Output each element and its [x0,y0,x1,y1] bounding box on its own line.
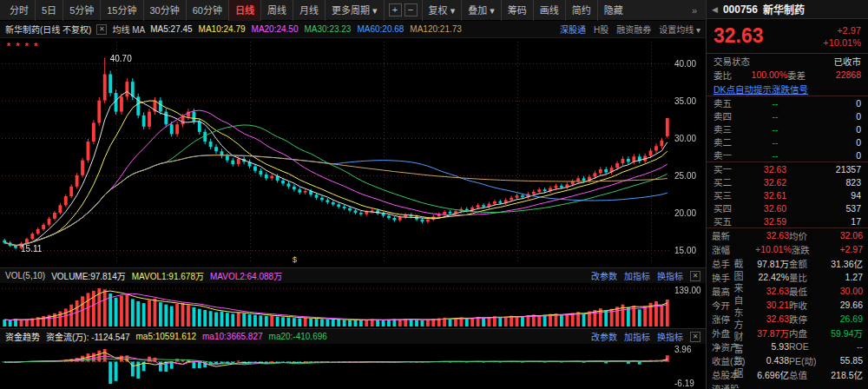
book-price: 32.60 [740,203,811,214]
period-tab-60分钟[interactable]: 60分钟 [187,0,229,21]
period-tab-日线[interactable]: 日线 [229,0,261,21]
tool-筹码[interactable]: 筹码 [501,0,533,21]
volume-indicator-label: MAVOL1:91.678万 [132,269,204,282]
period-tab-5分钟[interactable]: 5分钟 [63,0,101,21]
stat-label: 金额 [789,257,829,270]
toolbar-more-chevron-icon[interactable]: » [687,5,702,16]
ma-value-label: MA5:27.45 [150,24,192,34]
book-price: -- [740,111,811,122]
stat-label: 最新 [712,229,755,242]
book-level-label: 买四 [713,201,740,214]
header-link-融资融券[interactable]: 融资融券 [616,23,651,36]
header-link-设置均线[interactable]: 设置均线 ▾ [659,23,700,36]
period-tab-分时[interactable]: 分时 [3,0,36,21]
stat-value: 30.00 [829,286,863,296]
period-tab-5日[interactable]: 5日 [36,0,63,21]
flow-panel-header: 资金趋势资金流(万): -1124.547ma5:10591.612ma10:3… [0,328,706,344]
stat-value: 22.42% [755,272,789,282]
stat-label: 外盘 [712,326,755,340]
last-price: 32.63 [713,24,764,48]
price-block: 32.63 +2.97 +10.01% [707,19,868,54]
stat-label: 总值 [789,368,829,381]
stat-value: 55.85 [829,355,863,366]
stat-row: 涨停32.63跌停26.69 [707,312,868,326]
stat-value: 32.63 [755,286,789,296]
tool-简约[interactable]: 简约 [565,0,597,21]
period-tab-15分钟[interactable]: 15分钟 [101,0,143,21]
period-tab-周线[interactable]: 周线 [261,0,293,21]
trade-status-label: 交易状态 [713,55,750,68]
volume-chart[interactable] [0,283,706,328]
close-chart-icon[interactable]: ✕ [96,24,107,35]
panel-action-改参数[interactable]: 改参数 [591,269,617,282]
trade-status-row: 交易状态 已收市 [707,54,868,68]
zoom-in-button[interactable]: + [389,3,402,16]
book-volume: 17 [811,216,861,227]
zoom-out-button[interactable]: − [404,3,418,16]
stat-label: 总手 [712,257,755,270]
header-link-深股通[interactable]: 深股通 [560,23,586,36]
panel-action-换指标[interactable]: 换指标 [657,330,683,343]
zoom-controls: + − [389,3,418,16]
period-tab-30分钟[interactable]: 30分钟 [144,0,187,21]
book-level-label: 买三 [713,188,740,201]
book-price: -- [740,98,811,109]
volume-indicator-labels: VOL(5,10)VOLUME:97.814万MAVOL1:91.678万MAV… [5,269,282,282]
book-row: 卖二--0 [707,135,868,148]
stat-row: 净资产5.93ROE-- [707,340,868,353]
close-panel-icon[interactable]: ✕ [690,271,700,281]
stat-label: 昨收 [789,299,829,312]
quote-panel: ◀ 000756 新华制药 32.63 +2.97 +10.01% 交易状态 已… [706,0,868,389]
tool-隐藏[interactable]: 隐藏 [597,0,629,21]
book-price: -- [740,124,811,135]
trade-status-value: 已收市 [834,55,862,68]
tool-复权[interactable]: 复权 ▾ [422,0,462,21]
ma-value-label: MA10:24.79 [199,24,246,34]
period-tab-更多周期[interactable]: 更多周期 ▾ [326,0,385,21]
book-level-label: 卖五 [713,96,740,109]
stat-label: 收益(三) [712,354,755,367]
tool-叠加[interactable]: 叠加 ▾ [461,0,501,21]
stat-row: 外盘37.87万内盘59.94万 [707,326,868,340]
book-row: 卖三--0 [707,122,868,135]
stat-value: +10.01% [755,244,792,254]
chart-area: 分时5日5分钟15分钟30分钟60分钟日线周线月线更多周期 ▾ + − 复权 ▾… [0,0,706,389]
book-volume: 0 [811,98,861,109]
panel-action-加指标[interactable]: 加指标 [624,269,650,282]
book-volume: 94 [811,190,861,201]
stat-row: 涨幅+10.01%涨跌+2.97 [707,242,868,256]
money-flow-chart[interactable] [0,344,706,389]
toolbar-tools: 复权 ▾叠加 ▾筹码画线简约隐藏 [422,0,629,20]
stat-row: 最新32.63均价32.06 [707,228,868,242]
stat-label: 内盘 [789,326,829,340]
main-candlestick-chart[interactable] [0,38,706,267]
stat-value: 30.21 [755,300,789,310]
book-row: 卖四--0 [707,109,868,122]
weibi-label: 委比 [713,69,740,82]
dk-signal-link[interactable]: DK点自动提示涨跌信号 [713,82,808,96]
book-price: -- [740,150,811,161]
ma-group-label[interactable]: 均线 MA [112,23,145,36]
stock-name: 新华制药 [763,2,805,16]
ask-levels: 卖五--0卖四--0卖三--0卖二--0卖一--0 [707,96,868,162]
tool-画线[interactable]: 画线 [533,0,565,21]
period-tab-月线[interactable]: 月线 [293,0,326,21]
panel-action-改参数[interactable]: 改参数 [591,330,617,343]
flow-indicator-label: 资金流(万): -1124.547 [46,330,130,343]
quote-stats: 最新32.63均价32.06涨幅+10.01%涨跌+2.97总手97.81万金额… [707,228,868,389]
panel-action-换指标[interactable]: 换指标 [657,269,683,282]
stat-value: 32.63 [755,230,789,241]
stat-row: 今开30.21昨收29.66 [707,298,868,312]
close-panel-icon[interactable]: ✕ [690,332,700,342]
period-tabs: 分时5日5分钟15分钟30分钟60分钟日线周线月线更多周期 ▾ [3,0,385,20]
book-row: 买二32.62823 [707,175,868,188]
book-price: -- [740,137,811,148]
stat-value: 32.63 [755,313,789,324]
book-price: 32.63 [740,164,811,175]
volume-indicator-label: VOLUME:97.814万 [51,269,126,282]
panel-action-加指标[interactable]: 加指标 [624,330,650,343]
stat-row: 总手97.81万金额31.36亿 [707,256,868,270]
header-link-H股[interactable]: H股 [594,23,608,36]
collapse-panel-icon[interactable]: ◀ [712,5,718,14]
stat-value: -- [829,341,863,352]
